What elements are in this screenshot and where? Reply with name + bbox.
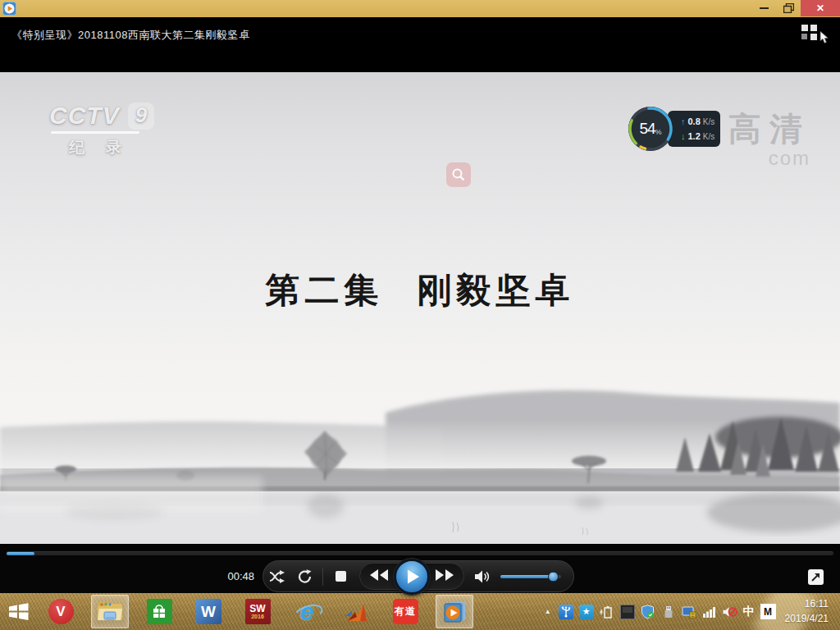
system-tray: ▲ ★ [543,593,840,630]
speaker-icon [474,569,492,584]
channel-number: 9 [128,103,154,130]
shuffle-button[interactable] [263,564,291,589]
play-button[interactable] [394,559,430,595]
signal-bars-icon[interactable] [702,605,717,619]
file-explorer-icon [97,600,124,623]
playlist-grid-icon[interactable] [801,25,817,40]
windows-logo-icon [7,600,30,623]
muted-speaker-icon[interactable] [723,605,737,619]
logo-underline [51,131,139,134]
play-icon [407,569,420,584]
volume-button[interactable] [472,564,494,589]
volume-knob[interactable] [548,571,559,582]
rewind-button[interactable] [368,568,390,585]
close-icon: ✕ [816,2,824,14]
minimize-button[interactable] [751,0,776,16]
volume-fill [500,575,554,578]
replay-button[interactable] [291,564,319,589]
hd-watermark: 高清 com [728,107,810,170]
controls-pill [262,560,574,592]
youdao-icon: 有道 [393,599,418,624]
restore-icon [783,3,794,13]
shuffle-icon [268,569,286,584]
taskbar-app-windows-store[interactable] [140,595,178,628]
windows-store-icon [147,599,172,624]
channel-subtitle: 纪录 [69,137,154,158]
app-icon [2,2,16,16]
mouse-cursor [819,31,830,44]
cctv-logo-text: CCTV [49,102,120,130]
arrow-out-icon [810,572,821,582]
buffer-widget: ↑ 0.8 K/s ↓ 1.2 K/s 54 % [627,105,725,154]
window-titlebar[interactable]: ✕ [0,0,840,17]
download-arrow-icon: ↓ [681,131,686,141]
letterbox-top: 《特别呈现》20181108西南联大第二集刚毅坚卓 [0,17,840,72]
elapsed-time: 00:48 [197,570,254,582]
search-overlay-icon[interactable] [446,162,471,187]
video-title: 《特别呈现》20181108西南联大第二集刚毅坚卓 [11,28,249,43]
replay-icon [297,568,313,585]
taskbar-app-cbox-player[interactable] [436,595,473,628]
touchpad-icon[interactable] [620,605,635,619]
ime-mode-badge[interactable]: M [760,604,776,619]
ink-landscape [0,355,840,544]
show-hidden-icons-button[interactable]: ▲ [543,605,553,619]
network-speed-panel: ↑ 0.8 K/s ↓ 1.2 K/s [668,111,720,147]
taskbar: V [0,593,840,630]
v-app-icon: V [48,599,74,624]
solidworks-icon: SW 2016 [245,599,271,624]
taskbar-app-v[interactable]: V [42,595,80,628]
volume-slider[interactable] [500,575,561,578]
input-method-indicator[interactable]: 中 [743,605,755,619]
upload-speed: ↑ 0.8 K/s [681,116,715,126]
close-button[interactable]: ✕ [801,0,840,16]
cbox-player-icon [441,600,468,624]
stop-button[interactable] [326,564,354,589]
divider [322,568,323,586]
taskbar-app-youdao[interactable]: 有道 [386,595,424,628]
fast-forward-button[interactable] [434,568,455,585]
taskbar-app-internet-explorer[interactable]: e [288,595,326,628]
clock-date: 2019/4/21 [785,612,829,626]
application-window: ✕ 《特别呈现》20181108西南联大第二集刚毅坚卓 [0,0,840,630]
player-controlbar: 00:48 [0,544,840,593]
remote-desktop-icon[interactable] [682,605,696,619]
usb-device-icon[interactable] [559,605,573,619]
popout-button[interactable] [808,569,824,585]
transport-group [359,563,464,590]
magnifier-icon [451,167,466,182]
power-plug-icon[interactable] [600,605,614,619]
fast-forward-icon [434,568,455,582]
taskbar-clock[interactable]: 16:11 2019/4/21 [782,597,835,626]
restore-button[interactable] [776,0,801,16]
rewind-icon [368,568,390,582]
taskbar-app-matlab[interactable] [337,595,375,628]
stop-icon [335,570,347,582]
word-icon: W [196,599,221,624]
seek-bar[interactable] [7,551,833,555]
security-shield-icon[interactable] [641,605,655,619]
internet-explorer-icon: e [293,598,321,626]
download-speed: ↓ 1.2 K/s [681,131,715,141]
clock-time: 16:11 [785,597,829,611]
taskbar-app-word[interactable]: W [189,595,227,628]
start-button[interactable] [0,593,36,630]
upload-arrow-icon: ↑ [681,116,686,126]
channel-watermark: CCTV 9 纪录 [49,102,154,158]
usb-drive-icon[interactable] [661,605,676,619]
episode-title: 第二集 刚毅坚卓 [0,267,840,313]
video-area[interactable]: CCTV 9 纪录 ↑ 0.8 K/s ↓ 1. [0,72,840,544]
taskbar-app-file-explorer[interactable] [91,595,129,628]
buffer-percent: 54 % [627,105,674,153]
star-bubble-icon[interactable]: ★ [579,605,594,619]
seek-bar-fill [7,552,34,555]
matlab-icon [344,601,368,623]
taskbar-app-solidworks[interactable]: SW 2016 [239,595,276,628]
